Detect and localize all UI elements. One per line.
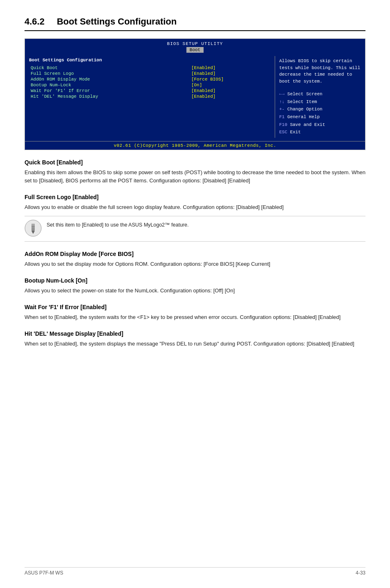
pencil-icon [25,220,42,237]
bios-table-row: AddOn ROM Display Mode[Force BIOS] [29,76,271,82]
heading-quick-boot: Quick Boot [Enabled] [25,159,365,166]
note-box: Set this item to [Enabled] to use the AS… [25,216,365,242]
bios-key-entry: ←→ Select Screen [279,90,361,98]
page-footer: ASUS P7F-M WS 4-33 [25,567,365,576]
bios-active-tab: Boot [186,47,204,53]
bios-left-panel: Boot Settings Configuration Quick Boot[E… [25,56,275,138]
section-full-screen-logo: Full Screen Logo [Enabled]Allows you to … [25,194,365,241]
heading-addon-rom: AddOn ROM Display Mode [Force BIOS] [25,251,365,257]
bios-utility-title: BIOS SETUP UTILITY [25,39,365,47]
section-title: Boot Settings Configuration [57,16,177,27]
bios-key-entry: F1 General Help [279,113,361,121]
section-header: 4.6.2 Boot Settings Configuration [25,16,365,31]
bios-table-row: Quick Boot[Enabled] [29,65,271,71]
heading-wait-f1: Wait For 'F1' If Error [Enabled] [25,304,365,310]
bios-tab-row: Boot [25,47,365,53]
section-bootup-numlock: Bootup Num-Lock [On]Allows you to select… [25,277,365,295]
body-full-screen-logo: Allows you to enable or disable the full… [25,203,365,211]
content-sections: Quick Boot [Enabled]Enabling this item a… [25,159,365,348]
bios-body: Boot Settings Configuration Quick Boot[E… [25,54,365,141]
bios-right-panel: Allows BIOS to skip certain tests while … [275,56,365,138]
body-bootup-numlock: Allows you to select the power-on state … [25,287,365,295]
body-quick-boot: Enabling this item allows the BIOS to sk… [25,168,365,185]
bios-table-row: Bootup Num-Lock[On] [29,82,271,88]
bios-help-text: Allows BIOS to skip certain tests while … [279,58,361,85]
note-text: Set this item to [Enabled] to use the AS… [47,220,188,228]
heading-hit-del: Hit 'DEL' Message Display [Enabled] [25,330,365,337]
body-hit-del: When set to [Enabled], the system displa… [25,340,365,348]
body-addon-rom: Allows you to set the display mode for O… [25,260,365,268]
bios-key-legend: ←→ Select Screen↑↓ Select Item+- Change … [279,90,361,136]
section-wait-f1: Wait For 'F1' If Error [Enabled]When set… [25,304,365,321]
bios-section-title: Boot Settings Configuration [29,58,271,63]
bios-key-entry: +- Change Option [279,105,361,113]
bios-key-entry: ESC Exit [279,128,361,136]
heading-full-screen-logo: Full Screen Logo [Enabled] [25,194,365,200]
footer-left: ASUS P7F-M WS [25,570,63,576]
bios-settings-table: Quick Boot[Enabled]Full Screen Logo[Enab… [29,65,271,99]
section-hit-del: Hit 'DEL' Message Display [Enabled]When … [25,330,365,348]
bios-key-entry: F10 Save and Exit [279,121,361,129]
bios-table-row: Hit 'DEL' Message Display[Enabled] [29,94,271,99]
section-addon-rom: AddOn ROM Display Mode [Force BIOS]Allow… [25,251,365,268]
bios-screenshot: BIOS SETUP UTILITY Boot Boot Settings Co… [25,38,365,150]
note-icon [25,220,42,238]
heading-bootup-numlock: Bootup Num-Lock [On] [25,277,365,284]
bios-footer: v02.61 (C)Copyright 1985-2009, American … [25,141,365,150]
section-quick-boot: Quick Boot [Enabled]Enabling this item a… [25,159,365,185]
svg-rect-3 [31,224,35,225]
bios-key-entry: ↑↓ Select Item [279,98,361,106]
bios-table-row: Wait For 'F1' If Error[Enabled] [29,88,271,94]
section-number: 4.6.2 [25,16,45,27]
body-wait-f1: When set to [Enabled], the system waits … [25,313,365,321]
bios-table-row: Full Screen Logo[Enabled] [29,71,271,76]
footer-right: 4-33 [356,570,365,576]
